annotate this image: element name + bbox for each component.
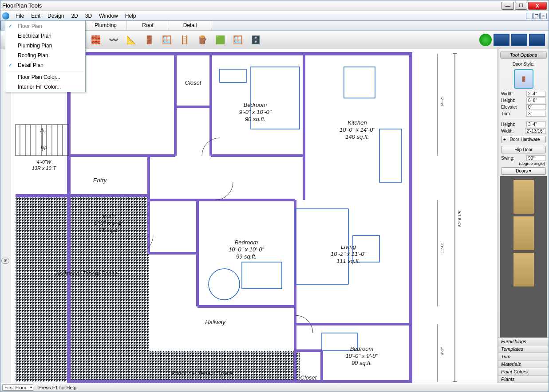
window-title: FloorPlan Tools bbox=[2, 2, 42, 9]
app-window: FloorPlan Tools — ☐ X File Edit Design 2… bbox=[0, 0, 549, 392]
svg-text:52'-6 1/8": 52'-6 1/8" bbox=[458, 210, 462, 227]
swing-field[interactable]: 90° bbox=[526, 155, 546, 161]
tool-deck-icon[interactable]: 🪵 bbox=[195, 32, 210, 47]
dropdown-electrical-plan[interactable]: Electrical Plan bbox=[5, 31, 85, 41]
menubar: File Edit Design 2D 3D Window Help _ ❐ × bbox=[0, 11, 549, 21]
doors-dropdown-button[interactable]: Doors ▾ bbox=[501, 167, 546, 175]
door-thumbnail[interactable] bbox=[513, 180, 534, 214]
view-render-icon[interactable] bbox=[529, 34, 545, 46]
panel-header: Tool Options bbox=[500, 51, 547, 59]
status-help: Press F1 for Help bbox=[39, 385, 77, 390]
dropdown-floor-plan[interactable]: ✓Floor Plan bbox=[5, 21, 85, 31]
door-library[interactable] bbox=[500, 176, 547, 337]
svg-text:Bedroom9'-0" x 10'-0"90 sq.ft.: Bedroom9'-0" x 10'-0"90 sq.ft. bbox=[239, 102, 272, 122]
tool-stairs-icon[interactable]: 🪜 bbox=[177, 32, 192, 47]
tool-curve-icon[interactable]: 〰️ bbox=[106, 32, 121, 47]
tab-plumbing[interactable]: Plumbing bbox=[85, 21, 127, 30]
svg-text:Closet: Closet bbox=[300, 374, 317, 381]
menu-2d[interactable]: 2D bbox=[67, 12, 81, 20]
view-3d-icon[interactable] bbox=[511, 34, 527, 46]
cat-trim[interactable]: Trim bbox=[498, 353, 549, 360]
elevate-field[interactable]: 0" bbox=[526, 104, 546, 110]
svg-text:Entry: Entry bbox=[93, 177, 107, 184]
svg-rect-36 bbox=[295, 209, 348, 284]
tool-wall-icon[interactable]: 🧱 bbox=[88, 32, 103, 47]
svg-rect-33 bbox=[220, 69, 246, 82]
tool-corner-icon[interactable]: 📐 bbox=[124, 32, 139, 47]
door-thumbnail[interactable] bbox=[513, 252, 534, 287]
svg-text:Up: Up bbox=[41, 145, 47, 150]
flip-door-button[interactable]: Flip Door bbox=[501, 146, 546, 153]
dropdown-roofing-plan[interactable]: Roofing Plan bbox=[5, 51, 85, 60]
view-plan-icon[interactable] bbox=[494, 34, 510, 46]
svg-text:11'-0": 11'-0" bbox=[440, 243, 444, 253]
statusbar: First Floor Press F1 for Help bbox=[0, 383, 549, 392]
height-field[interactable]: 6'-8" bbox=[526, 98, 546, 103]
floorplan-canvas[interactable]: Closet Bedroom9'-0" x 10'-0"90 sq.ft. Ki… bbox=[11, 49, 498, 383]
dropdown-detail-plan[interactable]: ✓Detail Plan bbox=[5, 60, 85, 70]
dropdown-plumbing-plan[interactable]: Plumbing Plan bbox=[5, 41, 85, 51]
dropdown-interior-color[interactable]: Interior Fill Color... bbox=[5, 82, 85, 92]
menu-window[interactable]: Window bbox=[95, 12, 122, 20]
svg-text:Hallway: Hallway bbox=[205, 319, 226, 325]
mdi-close-icon[interactable]: × bbox=[540, 13, 547, 19]
tab-roof[interactable]: Roof bbox=[127, 21, 169, 30]
cat-plants[interactable]: Plants bbox=[498, 375, 549, 383]
svg-text:14'-2": 14'-2" bbox=[440, 97, 444, 107]
toolbar: 🧱 〰️ 📐 🚪 🪟 🪜 🪵 🟩 🪟 🗄️ ✓Floor Plan Electr… bbox=[0, 31, 549, 49]
door-style-preview[interactable]: 🚪 bbox=[514, 69, 533, 89]
menu-help[interactable]: Help bbox=[122, 12, 140, 20]
svg-text:Kitchen10'-0" x 14'-0"140 sq.f: Kitchen10'-0" x 14'-0"140 sq.ft. bbox=[340, 119, 375, 140]
eco-icon[interactable] bbox=[479, 34, 492, 46]
door-thumbnail[interactable] bbox=[513, 216, 534, 251]
tool-door-icon[interactable]: 🚪 bbox=[142, 32, 157, 47]
svg-text:Additional Tenant Space: Additional Tenant Space bbox=[170, 370, 233, 376]
dropdown-floor-color[interactable]: Floor Plan Color... bbox=[5, 72, 85, 82]
svg-rect-35 bbox=[379, 129, 402, 182]
floor-selector[interactable]: First Floor bbox=[2, 384, 33, 391]
svg-text:Bedroom10'-0" x 9'-0"90 sq.ft.: Bedroom10'-0" x 9'-0"90 sq.ft. bbox=[346, 345, 379, 366]
svg-rect-39 bbox=[242, 262, 282, 289]
door-hardware-button[interactable]: +Door Hardware bbox=[501, 136, 546, 143]
swing-note: (degree angle) bbox=[498, 161, 549, 166]
door-style-label: Door Style: bbox=[498, 61, 549, 67]
svg-rect-34 bbox=[344, 67, 375, 98]
floor-dropdown: ✓Floor Plan Electrical Plan Plumbing Pla… bbox=[5, 21, 86, 92]
tool-curtain-icon[interactable]: 🪟 bbox=[230, 32, 245, 47]
cat-templates[interactable]: Templates bbox=[498, 345, 549, 353]
ruler-marker[interactable]: 0' bbox=[1, 258, 9, 264]
svg-text:9'-2": 9'-2" bbox=[440, 347, 444, 355]
category-bar: Furnishings Templates Trim Materials Pai… bbox=[498, 337, 549, 383]
minimize-button[interactable]: — bbox=[502, 2, 514, 10]
menu-3d[interactable]: 3D bbox=[82, 12, 95, 20]
mdi-minimize-icon[interactable]: _ bbox=[526, 13, 533, 19]
cat-furnishings[interactable]: Furnishings bbox=[498, 337, 549, 345]
titlebar: FloorPlan Tools — ☐ X bbox=[0, 0, 549, 11]
width2-field[interactable]: 2'-13/16" bbox=[525, 128, 546, 134]
menu-edit[interactable]: Edit bbox=[28, 12, 44, 20]
tool-cabinet-icon[interactable]: 🗄️ bbox=[248, 32, 263, 47]
workspace: 0' bbox=[0, 49, 549, 383]
tab-detail[interactable]: Detail bbox=[169, 21, 211, 30]
trim-field[interactable]: 3" bbox=[526, 111, 546, 117]
vertical-ruler: 0' bbox=[0, 49, 11, 383]
height2-field[interactable]: 3'-4" bbox=[526, 122, 546, 127]
mdi-restore-icon[interactable]: ❐ bbox=[533, 13, 540, 19]
svg-text:Closet: Closet bbox=[185, 79, 202, 86]
floorplan-svg: Closet Bedroom9'-0" x 10'-0"90 sq.ft. Ki… bbox=[11, 49, 495, 383]
svg-text:Bedroom10'-0" x 10'-0"99 sq.ft: Bedroom10'-0" x 10'-0"99 sq.ft. bbox=[229, 239, 265, 260]
cat-paint[interactable]: Paint Colors bbox=[498, 368, 549, 375]
cat-materials[interactable]: Materials bbox=[498, 360, 549, 368]
svg-point-38 bbox=[209, 269, 240, 300]
menu-design[interactable]: Design bbox=[44, 12, 67, 20]
svg-text:4'-0"W: 4'-0"W bbox=[37, 159, 52, 165]
maximize-button[interactable]: ☐ bbox=[515, 2, 527, 10]
door-icon: 🚪 bbox=[521, 76, 527, 82]
tool-options-panel: Tool Options Door Style: 🚪 Width:2'-4" H… bbox=[498, 49, 549, 383]
menu-file[interactable]: File bbox=[12, 12, 28, 20]
close-button[interactable]: X bbox=[528, 2, 547, 10]
tool-floor-icon[interactable]: 🟩 bbox=[213, 32, 228, 47]
tool-window-icon[interactable]: 🪟 bbox=[159, 32, 174, 47]
svg-rect-2 bbox=[149, 351, 300, 383]
width-field[interactable]: 2'-4" bbox=[526, 91, 546, 97]
